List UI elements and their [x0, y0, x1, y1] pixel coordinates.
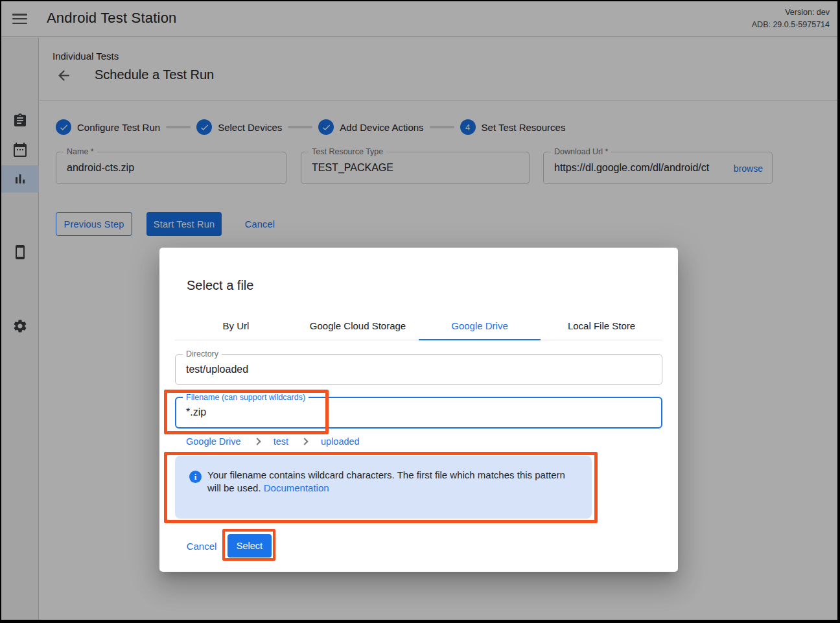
dialog-title: Select a file [187, 278, 253, 293]
chevron-right-icon [253, 438, 261, 445]
file-source-tabs: By Url Google Cloud Storage Google Drive… [175, 312, 662, 340]
tab-google-cloud-storage[interactable]: Google Cloud Storage [297, 312, 419, 340]
tab-google-drive[interactable]: Google Drive [419, 312, 541, 340]
drive-breadcrumb: Google Drive test uploaded [186, 436, 360, 447]
field-label: Directory [183, 349, 222, 359]
breadcrumb-google-drive[interactable]: Google Drive [186, 436, 241, 447]
breadcrumb-uploaded[interactable]: uploaded [321, 436, 360, 447]
chevron-right-icon [301, 438, 308, 445]
annotation-box-filename-field [164, 390, 329, 434]
dialog-cancel-button[interactable]: Cancel [185, 534, 218, 558]
annotation-box-info-banner [164, 452, 598, 523]
annotation-box-select-button [222, 529, 275, 561]
tab-by-url[interactable]: By Url [175, 312, 297, 340]
breadcrumb-test[interactable]: test [274, 436, 288, 447]
app-screen: Android Test Station Version: dev ADB: 2… [1, 1, 837, 620]
directory-field[interactable]: Directory test/uploaded [175, 354, 662, 385]
tab-local-file-store[interactable]: Local File Store [541, 312, 662, 340]
field-value: test/uploaded [186, 364, 655, 375]
